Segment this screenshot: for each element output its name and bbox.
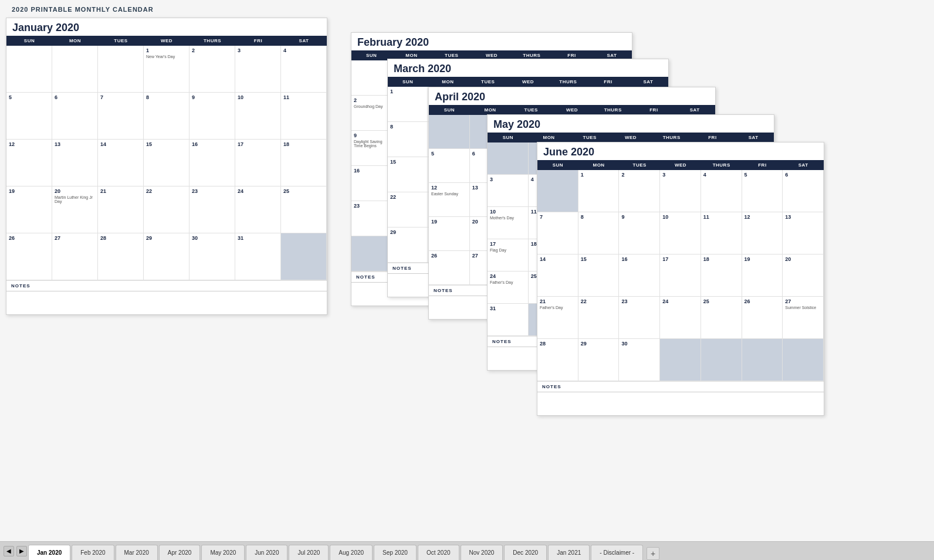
january-title: January 2020 (6, 18, 327, 36)
tab-disclaimer[interactable]: - Disclaimer - (591, 545, 643, 560)
table-row (488, 142, 529, 175)
table-row: 17 (235, 140, 281, 186)
sheet-nav-prev[interactable]: ◀ (4, 546, 14, 556)
table-row: 22 (578, 297, 620, 339)
table-row (742, 339, 783, 381)
march-header: SUN MON TUES WED THURS FRI SAT (388, 77, 668, 87)
add-sheet-button[interactable]: + (647, 547, 659, 560)
table-row (6, 46, 52, 93)
may-header: SUN MON TUES WED THURS FRI SAT (488, 133, 774, 142)
table-row: 5 (742, 170, 783, 212)
june-header: SUN MON TUES WED THURS FRI SAT (537, 160, 824, 170)
table-row: 27 (52, 233, 98, 280)
table-row: 9 (189, 93, 235, 140)
table-row: 15 (144, 140, 189, 186)
table-row: 24Father's Day (488, 271, 529, 304)
table-row: 24 (235, 186, 281, 233)
table-row: 16 (189, 140, 235, 186)
table-row (52, 46, 98, 93)
table-row (429, 115, 470, 149)
table-row: 15 (578, 254, 620, 297)
jan-header-mon: MON (52, 36, 98, 46)
june-title: June 2020 (537, 142, 824, 160)
table-row: 2 (189, 46, 235, 93)
table-row: 23 (189, 186, 235, 233)
table-row: 30 (619, 339, 660, 381)
table-row: 3 (488, 175, 529, 207)
table-row: 9 (619, 212, 660, 254)
table-row: 5 (6, 93, 52, 140)
tab-apr-2020[interactable]: Apr 2020 (159, 545, 201, 560)
table-row: 21Father's Day (537, 297, 578, 339)
tab-bar: ◀ ▶ Jan 2020 Feb 2020 Mar 2020 Apr 2020 … (0, 541, 934, 560)
table-row: 9Daylight Saving Time Begins (351, 131, 391, 166)
table-row: 11 (281, 93, 327, 140)
tab-may-2020[interactable]: May 2020 (201, 545, 245, 560)
page-title: 2020 PRINTABLE MONTHLY CALENDAR (0, 0, 934, 15)
jan-header-thurs: THURS (189, 36, 235, 46)
tab-jun-2020[interactable]: Jun 2020 (246, 545, 287, 560)
table-row: 24 (660, 297, 701, 339)
tab-jan-2020[interactable]: Jan 2020 (28, 545, 70, 560)
table-row: 29 (388, 228, 428, 263)
table-row: 17Flag Day (488, 239, 529, 271)
june-calendar: June 2020 SUN MON TUES WED THURS FRI SAT… (537, 142, 824, 416)
table-row: 4 (701, 170, 742, 212)
table-row: 2Groundhog Day (351, 96, 391, 131)
table-row: 16 (351, 166, 391, 201)
sheet-nav-next[interactable]: ▶ (16, 546, 27, 556)
jan-header-fri: FRI (235, 36, 281, 46)
table-row: 8 (144, 93, 189, 140)
jan-header-sat: SAT (281, 36, 327, 46)
april-title: April 2020 (429, 87, 715, 105)
table-row: 2 (619, 170, 660, 212)
table-row: 29 (578, 339, 620, 381)
january-notes-label: NOTES (6, 280, 327, 291)
table-row: 26 (429, 251, 470, 285)
tab-sep-2020[interactable]: Sep 2020 (374, 545, 417, 560)
table-row (351, 236, 391, 271)
february-title: February 2020 (351, 33, 632, 50)
table-row: 31 (235, 233, 281, 280)
table-row: 23 (351, 201, 391, 236)
january-calendar: January 2020 SUN MON TUES WED THURS FRI … (6, 18, 327, 315)
table-row: 12 (742, 212, 783, 254)
table-row: 1 (578, 170, 620, 212)
main-content: 2020 PRINTABLE MONTHLY CALENDAR January … (0, 0, 934, 541)
january-header: SUN MON TUES WED THURS FRI SAT (6, 36, 327, 46)
table-row: 10Mother's Day (488, 207, 529, 239)
table-row: 30 (189, 233, 235, 280)
tab-feb-2020[interactable]: Feb 2020 (72, 545, 114, 560)
table-row: 21 (98, 186, 144, 233)
table-row: 6 (783, 170, 824, 212)
tab-dec-2020[interactable]: Dec 2020 (504, 545, 547, 560)
table-row: 18 (281, 140, 327, 186)
may-title: May 2020 (488, 115, 774, 133)
table-row (783, 339, 824, 381)
tab-mar-2020[interactable]: Mar 2020 (116, 545, 158, 560)
june-notes-label: NOTES (537, 381, 824, 392)
table-row: 1New Year's Day (144, 46, 189, 93)
table-row: 22 (388, 192, 428, 228)
table-row: 26 (6, 233, 52, 280)
tab-aug-2020[interactable]: Aug 2020 (330, 545, 373, 560)
table-row: 18 (701, 254, 742, 297)
table-row: 14 (537, 254, 578, 297)
table-row: 16 (619, 254, 660, 297)
table-row: 27Summer Solstice (783, 297, 824, 339)
tab-jan-2021[interactable]: Jan 2021 (548, 545, 590, 560)
table-row: 29 (144, 233, 189, 280)
tab-jul-2020[interactable]: Jul 2020 (289, 545, 329, 560)
january-body: 1New Year's Day 2 3 4 5 6 7 8 9 10 11 12… (6, 46, 327, 280)
table-row (701, 339, 742, 381)
table-row: 19 (6, 186, 52, 233)
table-row: 25 (281, 186, 327, 233)
table-row: 23 (619, 297, 660, 339)
table-row: 12Easter Sunday (429, 183, 470, 217)
table-row: 26 (742, 297, 783, 339)
jan-header-sun: SUN (6, 36, 52, 46)
tab-oct-2020[interactable]: Oct 2020 (418, 545, 459, 560)
table-row: 1 (388, 87, 428, 122)
tab-nov-2020[interactable]: Nov 2020 (461, 545, 503, 560)
table-row (281, 233, 327, 280)
